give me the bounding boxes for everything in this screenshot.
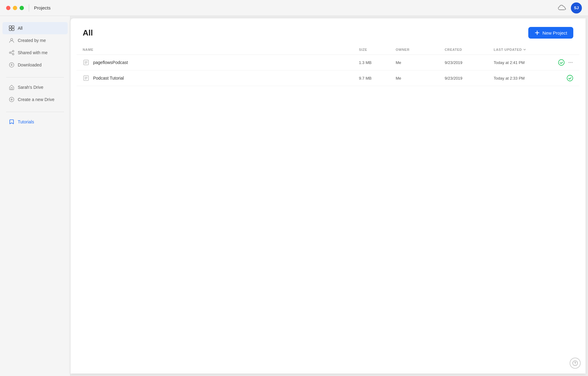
sidebar-item-all-label: All [18, 26, 23, 31]
more-options-icon[interactable] [568, 60, 573, 65]
svg-point-5 [13, 51, 14, 52]
sidebar-item-shared-with-me-label: Shared with me [18, 50, 47, 55]
sidebar-item-tutorials[interactable]: Tutorials [2, 116, 68, 128]
page-title: All [83, 28, 93, 38]
row-created: 9/23/2019 [445, 60, 494, 65]
row-updated: Today at 2:41 PM [494, 60, 555, 65]
home-icon [9, 84, 15, 90]
row-actions [555, 75, 573, 81]
sync-check-icon [558, 59, 565, 66]
row-project-name: Podcast Tutorial [93, 76, 124, 81]
svg-point-21 [567, 75, 573, 81]
row-name: Podcast Tutorial [83, 75, 359, 81]
svg-point-6 [9, 52, 11, 54]
col-header-name[interactable]: NAME [83, 48, 359, 51]
grid-icon [9, 25, 15, 31]
project-icon [83, 75, 89, 81]
sync-check-icon [567, 75, 573, 81]
sidebar-item-sarahs-drive[interactable]: Sarah's Drive [2, 81, 68, 93]
projects-table: NAME SIZE OWNER CREATED LAST UPDATED [70, 45, 586, 374]
sidebar-tutorials-label: Tutorials [18, 119, 34, 124]
window-controls [6, 6, 24, 10]
col-header-size[interactable]: SIZE [359, 48, 396, 51]
help-button[interactable] [570, 358, 581, 369]
svg-rect-11 [11, 88, 13, 90]
cloud-icon[interactable] [558, 5, 566, 11]
share-icon [9, 50, 15, 56]
svg-rect-1 [12, 26, 14, 28]
plus-icon [9, 96, 15, 103]
person-icon [9, 37, 15, 43]
sidebar-item-create-drive[interactable]: Create a new Drive [2, 93, 68, 106]
sidebar-divider-1 [6, 77, 64, 77]
svg-rect-2 [9, 28, 11, 31]
project-icon [83, 59, 89, 66]
titlebar: Projects SJ [0, 0, 588, 16]
col-header-owner[interactable]: OWNER [396, 48, 445, 51]
svg-point-18 [569, 62, 570, 63]
svg-point-4 [11, 39, 13, 41]
app-title: Projects [34, 5, 51, 10]
row-name: pageflowsPodcast [83, 59, 359, 66]
sidebar-item-shared-with-me[interactable]: Shared with me [2, 47, 68, 59]
svg-point-7 [13, 54, 14, 55]
avatar[interactable]: SJ [571, 2, 582, 13]
app-body: All Created by me [0, 16, 588, 376]
svg-line-8 [11, 51, 12, 52]
sidebar: All Created by me [0, 16, 70, 376]
svg-line-9 [11, 53, 12, 54]
new-project-label: New Project [542, 30, 567, 36]
sidebar-divider-2 [6, 112, 64, 112]
row-size: 1.3 MB [359, 60, 396, 65]
titlebar-right: SJ [558, 2, 582, 13]
main-header: All New Project [70, 18, 586, 45]
row-created: 9/23/2019 [445, 76, 494, 81]
sidebar-item-sarahs-drive-label: Sarah's Drive [18, 85, 43, 90]
svg-point-17 [559, 60, 564, 66]
svg-rect-0 [9, 26, 11, 28]
bookmark-icon [9, 119, 15, 125]
table-row[interactable]: pageflowsPodcast 1.3 MB Me 9/23/2019 Tod… [77, 55, 579, 70]
svg-point-20 [572, 62, 573, 63]
sidebar-drives-section: Sarah's Drive Create a new Drive [0, 81, 70, 106]
minimize-button[interactable] [13, 6, 17, 10]
row-size: 9.7 MB [359, 76, 396, 81]
col-header-last-updated[interactable]: LAST UPDATED [494, 48, 555, 51]
sidebar-item-all[interactable]: All [2, 22, 68, 34]
sidebar-item-downloaded[interactable]: Downloaded [2, 59, 68, 71]
svg-point-19 [570, 62, 571, 63]
sidebar-item-downloaded-label: Downloaded [18, 62, 42, 67]
download-icon [9, 62, 15, 68]
row-updated: Today at 2:33 PM [494, 76, 555, 81]
row-owner: Me [396, 60, 445, 65]
svg-rect-3 [12, 28, 14, 31]
row-project-name: pageflowsPodcast [93, 60, 128, 65]
svg-point-23 [575, 364, 575, 365]
close-button[interactable] [6, 6, 10, 10]
table-header: NAME SIZE OWNER CREATED LAST UPDATED [77, 45, 579, 55]
maximize-button[interactable] [20, 6, 24, 10]
titlebar-divider [29, 4, 29, 12]
main-content: All New Project NAME SIZE OWNER CREATED … [70, 18, 586, 374]
sidebar-item-created-by-me[interactable]: Created by me [2, 34, 68, 47]
new-project-button[interactable]: New Project [528, 27, 573, 39]
sidebar-nav-section: All Created by me [0, 22, 70, 71]
col-header-created[interactable]: CREATED [445, 48, 494, 51]
sidebar-item-created-by-me-label: Created by me [18, 38, 46, 43]
table-row[interactable]: Podcast Tutorial 9.7 MB Me 9/23/2019 Tod… [77, 70, 579, 86]
sidebar-item-create-drive-label: Create a new Drive [18, 97, 55, 102]
row-actions [555, 59, 573, 66]
row-owner: Me [396, 76, 445, 81]
